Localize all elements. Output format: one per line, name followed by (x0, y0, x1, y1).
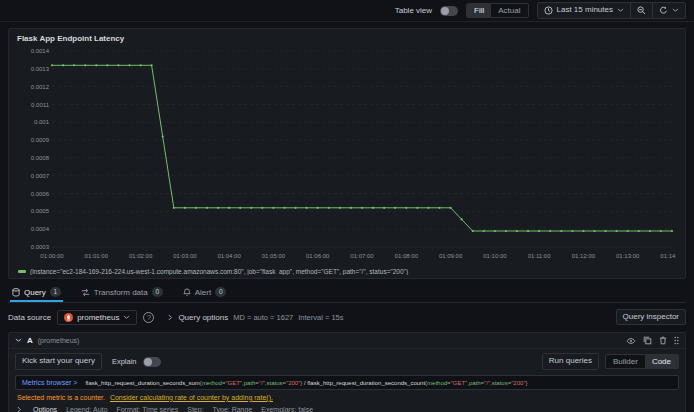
panel-title[interactable]: Flask App Endpoint Latency (16, 33, 678, 45)
fill-option[interactable]: Fill (467, 4, 491, 18)
svg-text:0.0008: 0.0008 (31, 155, 50, 161)
svg-text:01:00:00: 01:00:00 (40, 253, 64, 259)
option-exemplars: Exemplars: false (261, 406, 313, 412)
chevron-down-icon[interactable] (15, 338, 22, 343)
svg-text:0.0009: 0.0009 (31, 137, 50, 143)
datasource-label: Data source (8, 313, 51, 322)
chevron-down-icon (672, 8, 679, 13)
svg-text:01:01:00: 01:01:00 (85, 253, 109, 259)
metrics-browser-toggle[interactable]: Metrics browser > (22, 379, 77, 386)
code-option[interactable]: Code (645, 355, 678, 369)
time-range-picker[interactable]: Last 15 minutes (537, 2, 631, 18)
svg-text:01:07:00: 01:07:00 (350, 253, 374, 259)
actual-option[interactable]: Actual (491, 4, 527, 18)
option-legend: Legend: Auto (66, 406, 107, 412)
bell-icon (183, 288, 191, 297)
svg-text:01:04:00: 01:04:00 (217, 253, 241, 259)
svg-text:01:02:00: 01:02:00 (129, 253, 153, 259)
query-inspector-button[interactable]: Query inspector (616, 309, 686, 325)
builder-option[interactable]: Builder (606, 355, 645, 369)
refresh-button[interactable] (652, 2, 686, 18)
copy-icon[interactable] (643, 336, 652, 345)
query-datasource-hint: (prometheus) (38, 337, 80, 344)
query-options-footer: Options Legend: Auto Format: Time series… (9, 403, 685, 412)
svg-text:0.001: 0.001 (34, 119, 50, 125)
svg-text:01:13:00: 01:13:00 (616, 253, 640, 259)
counter-warning: Selected metric is a counter. Consider c… (9, 393, 685, 403)
table-view-toggle[interactable] (440, 6, 458, 16)
timeseries-panel: Flask App Endpoint Latency 0.00140.00130… (8, 28, 686, 279)
svg-text:01:09:00: 01:09:00 (439, 253, 463, 259)
svg-text:0.0012: 0.0012 (31, 84, 50, 90)
explain-toggle[interactable] (143, 357, 161, 367)
warning-text: Selected metric is a counter. (17, 394, 105, 401)
query-code-editor[interactable]: Metrics browser > flask_http_request_dur… (15, 375, 679, 390)
datasource-value: prometheus (77, 313, 119, 322)
query-expression[interactable]: flask_http_request_duration_seconds_sum{… (85, 379, 527, 386)
svg-text:01:08:00: 01:08:00 (395, 253, 419, 259)
tab-query[interactable]: Query 1 (10, 284, 63, 302)
zoom-out-icon (637, 6, 646, 15)
svg-text:0.0013: 0.0013 (31, 66, 50, 72)
zoom-out-button[interactable] (630, 2, 653, 18)
query-options-toggle[interactable]: Query options MD = auto = 1627 Interval … (168, 313, 343, 322)
chevron-down-icon (123, 315, 130, 320)
query-editor-card: A (prometheus) Kick start your query Exp… (8, 332, 686, 412)
svg-text:01:06:00: 01:06:00 (306, 253, 330, 259)
grip-icon[interactable] (674, 336, 679, 345)
add-rate-link[interactable]: Consider calculating rate of counter by … (110, 394, 273, 401)
option-format: Format: Time series (116, 406, 178, 412)
query-ref-id: A (27, 336, 33, 345)
builder-code-group: Builder Code (605, 354, 679, 370)
trash-icon[interactable] (659, 336, 667, 345)
clock-icon (544, 6, 553, 15)
svg-text:0.0004: 0.0004 (31, 226, 50, 232)
refresh-icon (659, 6, 668, 15)
svg-text:0.0006: 0.0006 (31, 191, 50, 197)
tab-query-count: 1 (50, 287, 61, 297)
latency-chart[interactable]: 0.00140.00130.00120.00110.0010.00090.000… (16, 45, 678, 267)
query-options-md: MD = auto = 1627 (233, 313, 293, 322)
legend: (instance="ec2-184-169-216-224.us-west-1… (16, 267, 678, 275)
legend-series-label[interactable]: (instance="ec2-184-169-216-224.us-west-1… (30, 268, 408, 275)
chevron-right-icon (168, 314, 173, 321)
svg-text:01:05:00: 01:05:00 (262, 253, 286, 259)
svg-text:01:12:00: 01:12:00 (572, 253, 596, 259)
table-view-label: Table view (395, 6, 432, 15)
tab-label: Alert (195, 288, 211, 297)
time-controls: Last 15 minutes (537, 2, 686, 18)
svg-text:01:14:00: 01:14:00 (660, 253, 676, 259)
svg-text:01:03:00: 01:03:00 (173, 253, 197, 259)
tab-alert[interactable]: Alert 0 (181, 284, 228, 302)
time-range-label: Last 15 minutes (557, 5, 613, 15)
datasource-picker[interactable]: prometheus (57, 310, 137, 325)
kick-start-query-button[interactable]: Kick start your query (15, 353, 102, 369)
topbar: Table view Fill Actual Last 15 minutes (0, 0, 694, 22)
database-icon (12, 288, 20, 297)
tab-label: Query (24, 288, 46, 297)
toggle-knob (441, 7, 449, 15)
option-step: Step: (187, 406, 203, 412)
eye-icon[interactable] (626, 337, 636, 345)
query-options-label: Query options (178, 313, 228, 322)
query-row-header[interactable]: A (prometheus) (9, 333, 685, 349)
svg-text:0.0005: 0.0005 (31, 208, 50, 214)
svg-text:01:11:00: 01:11:00 (528, 253, 552, 259)
grafana-panel-editor: Table view Fill Actual Last 15 minutes F… (0, 0, 694, 412)
options-label[interactable]: Options (33, 406, 57, 412)
editor-tabs: Query 1 Transform data 0 Alert 0 (8, 284, 686, 303)
run-queries-button[interactable]: Run queries (542, 353, 599, 369)
svg-text:0.0003: 0.0003 (31, 244, 50, 250)
datasource-help-icon[interactable]: ? (143, 312, 154, 323)
svg-text:0.0007: 0.0007 (31, 173, 50, 179)
legend-series-dot (18, 270, 26, 273)
query-row-actions (626, 336, 679, 345)
tab-label: Transform data (94, 288, 148, 297)
fill-actual-group: Fill Actual (466, 3, 528, 19)
chevron-right-icon[interactable] (17, 406, 22, 412)
option-type: Type: Range (213, 406, 253, 412)
tab-transform-data[interactable]: Transform data 0 (79, 284, 165, 302)
explain-label: Explain (112, 357, 137, 366)
transform-icon (81, 288, 90, 297)
svg-text:0.0011: 0.0011 (31, 102, 50, 108)
